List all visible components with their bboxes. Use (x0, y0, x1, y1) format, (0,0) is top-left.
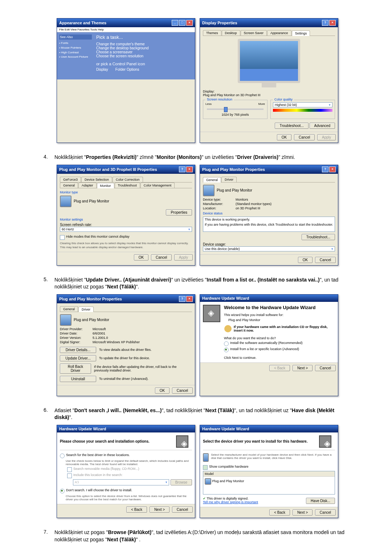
rollback-button[interactable]: Roll Back Driver (60, 364, 91, 374)
cancel-button[interactable]: Cancel (172, 387, 193, 394)
close-icon[interactable]: × (329, 167, 336, 172)
cancel-button[interactable]: Cancel (294, 134, 315, 140)
task-pane: Pick a task... Change the computer's the… (94, 32, 195, 79)
cp-folder-options[interactable]: Folder Options (115, 67, 139, 71)
resolution-label: Screen resolution (205, 98, 234, 101)
device-usage-select[interactable]: Use this device (enable) (203, 246, 335, 251)
tab-adapter[interactable]: Adapter (78, 182, 97, 188)
tab-screensaver[interactable]: Screen Saver (241, 30, 267, 36)
tab-general[interactable]: General (60, 306, 78, 312)
task-item[interactable]: Choose the screen resolution (96, 54, 193, 58)
properties-button[interactable]: Properties (166, 209, 192, 216)
step-4: 4. Noklikšķiniet "Properties (Rekvizīti)… (44, 154, 348, 161)
have-disk-button[interactable]: Have Disk... (306, 498, 335, 504)
help-icon[interactable]: ? (179, 296, 185, 302)
color-quality-label: Color quality (273, 98, 294, 101)
wizard-help1: This wizard helps you install software f… (224, 313, 335, 317)
radio-auto[interactable] (224, 341, 229, 346)
help-icon[interactable]: ? (179, 167, 185, 172)
tab-themes[interactable]: Themes (203, 30, 221, 36)
tab-driver[interactable]: Driver (221, 177, 237, 182)
update-driver-button[interactable]: Update Driver... (60, 355, 96, 361)
next-button[interactable]: Next > (150, 506, 170, 513)
close-icon[interactable]: × (186, 167, 193, 172)
driver-details-desc: To view details about the driver files. (99, 348, 152, 352)
resolution-slider[interactable] (207, 108, 264, 110)
signed-text: This driver is digitally signed. (207, 497, 248, 500)
radio-list[interactable] (224, 348, 229, 352)
cp-display[interactable]: Display (96, 67, 108, 71)
radio-search[interactable] (60, 454, 65, 458)
tab-general[interactable]: General (60, 182, 78, 188)
cancel-button[interactable]: Cancel (151, 254, 172, 260)
help-icon[interactable]: ? (322, 167, 328, 172)
cancel-button[interactable]: Cancel (315, 365, 336, 371)
wizard-icon (319, 435, 331, 448)
task-item[interactable]: Choose a screensaver (96, 50, 193, 54)
ok-button[interactable]: OK (155, 387, 170, 394)
select-instr: Select the manufacturer and model of you… (211, 453, 335, 462)
task-item[interactable]: Change the desktop background (96, 46, 193, 50)
close-icon[interactable]: × (186, 20, 193, 26)
cancel-button[interactable]: Cancel (172, 506, 193, 513)
color-quality-select[interactable]: Highest (32 bit) (273, 102, 332, 107)
model-list[interactable]: Plug and Play Monitor (203, 477, 335, 494)
compat-checkbox[interactable] (203, 465, 208, 470)
help-icon[interactable]: ? (322, 20, 328, 26)
back-button[interactable]: < Back (126, 506, 147, 513)
step-6: 6. Atlasiet "Don't search ,I will.. (Nem… (44, 407, 348, 421)
tab-desktop[interactable]: Desktop (222, 30, 240, 36)
device-name: Plug and Play Monitor (217, 188, 252, 192)
back-button[interactable]: < Back (269, 509, 290, 516)
window-title: Display Properties (202, 21, 322, 25)
advanced-button[interactable]: Advanced (310, 123, 335, 129)
ok-button[interactable]: OK (277, 134, 291, 140)
appearance-themes-window: Appearance and Themes _□× File Edit View… (57, 18, 195, 143)
device-status-heading: Device status (203, 212, 335, 215)
hide-modes-checkbox[interactable] (60, 235, 65, 240)
troubleshoot-button[interactable]: Troubleshoot... (275, 123, 308, 129)
tell-me-link[interactable]: Tell me why driver signing is important (203, 500, 258, 504)
rollback-desc: If the device fails after updating the d… (94, 365, 192, 372)
ok-button[interactable]: OK (134, 254, 148, 260)
cb-location (67, 473, 72, 478)
cancel-button[interactable]: Cancel (315, 257, 336, 263)
monitor-icon (203, 185, 215, 196)
tab-troubleshoot[interactable]: Troubleshoot (115, 182, 140, 188)
browse-button: Browse (171, 479, 192, 485)
cd-hint: If your hardware came with an installati… (234, 325, 335, 332)
tab-devsel[interactable]: Device Selection (81, 177, 112, 182)
tab-colormgmt[interactable]: Color Management (140, 182, 175, 188)
troubleshoot-button[interactable]: Troubleshoot... (302, 234, 335, 240)
tab-appearance[interactable]: Appearance (267, 30, 291, 36)
monitor-preview (238, 39, 300, 83)
pick-task-heading: Pick a task... (96, 34, 193, 40)
update-driver-desc: To update the driver for this device. (99, 356, 150, 360)
tab-colorcorr[interactable]: Color Correction (113, 177, 143, 182)
min-icon[interactable]: _ (172, 20, 178, 26)
close-icon[interactable]: × (329, 20, 336, 26)
next-button[interactable]: Next > (293, 509, 313, 516)
ok-button[interactable]: OK (298, 257, 313, 263)
device-name: Plug and Play Monitor (74, 318, 109, 322)
driver-details-button[interactable]: Driver Details... (60, 347, 96, 353)
close-icon[interactable]: × (186, 296, 193, 302)
uninstall-button[interactable]: Uninstall (60, 376, 96, 382)
cancel-button[interactable]: Cancel (315, 509, 336, 516)
next-button[interactable]: Next > (293, 365, 313, 371)
refresh-rate-select[interactable]: 60 Hertz (60, 227, 192, 232)
tab-settings[interactable]: Settings (292, 30, 310, 36)
wizard-device: Plug and Play Monitor (228, 318, 335, 322)
max-icon[interactable]: □ (179, 20, 185, 26)
window-title: Hardware Update Wizard (59, 427, 193, 431)
radio-dont-search[interactable] (60, 489, 65, 493)
wizard-select-driver-window: Hardware Update Wizard Select the device… (200, 425, 338, 518)
tab-monitor[interactable]: Monitor (97, 183, 114, 188)
toolbar: File Edit View Favorites Tools Help (57, 27, 195, 32)
more-label: More (258, 102, 265, 106)
task-item[interactable]: Change the computer's theme (96, 42, 193, 46)
tab-driver[interactable]: Driver (78, 307, 94, 312)
tab-geforce[interactable]: GeForce3 (60, 177, 81, 182)
tab-general[interactable]: General (203, 177, 221, 182)
window-title: Plug and Play Monitor Properties (59, 297, 179, 301)
